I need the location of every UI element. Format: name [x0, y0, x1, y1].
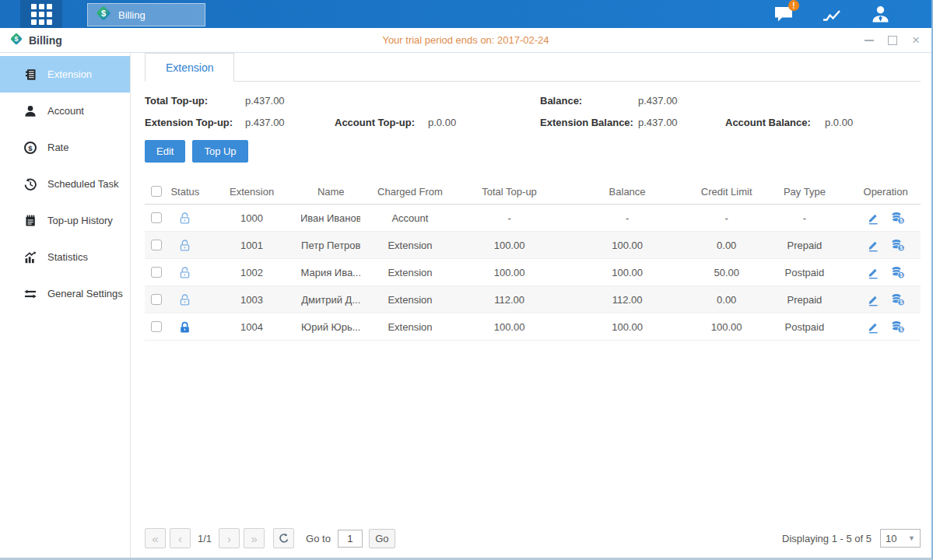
sidebar-item-label: General Settings — [47, 288, 123, 299]
cell-total-topup: 100.00 — [460, 259, 559, 285]
cell-name: Мария Ива... — [301, 259, 360, 285]
account-balance-label: Account Balance: — [725, 117, 825, 128]
cell-pay-type: - — [758, 205, 852, 231]
sidebar: Extension Account $ Rate Scheduled Task … — [0, 53, 131, 558]
balance-value: p.437.00 — [638, 95, 725, 107]
row-checkbox[interactable] — [151, 294, 162, 305]
top-up-row-icon[interactable]: $ — [891, 293, 905, 306]
table-row[interactable]: 1001 Петр Петров Extension 100.00 100.00… — [145, 232, 921, 259]
edit-row-icon[interactable] — [866, 239, 880, 252]
cell-name: Дмитрий Д... — [301, 286, 360, 313]
first-page-button[interactable]: « — [145, 528, 166, 548]
cell-credit-limit: 0.00 — [696, 232, 758, 258]
goto-label: Go to — [306, 533, 331, 544]
svg-text:$: $ — [101, 9, 106, 18]
top-up-row-icon[interactable]: $ — [891, 320, 905, 334]
chevron-down-icon: ▼ — [908, 534, 915, 542]
cell-total-topup: 112.00 — [460, 286, 559, 313]
cell-extension: 1000 — [202, 205, 302, 231]
top-up-row-icon[interactable]: $ — [891, 266, 905, 279]
row-checkbox[interactable] — [151, 212, 162, 223]
account-balance-value: p.0.00 — [825, 117, 921, 128]
cell-balance: 100.00 — [559, 313, 695, 340]
cell-extension: 1004 — [202, 313, 302, 340]
sidebar-item-statistics[interactable]: Statistics — [0, 239, 130, 275]
prev-page-button[interactable]: ‹ — [170, 528, 191, 548]
cell-balance: 112.00 — [559, 286, 695, 313]
go-button[interactable]: Go — [369, 529, 395, 548]
cell-name: Петр Петров — [301, 232, 360, 258]
refresh-button[interactable] — [273, 528, 294, 548]
column-header: Extension — [202, 179, 302, 204]
page-size-select[interactable]: 10 ▼ — [880, 529, 921, 548]
billing-app-window: $ Billing ! — [0, 0, 933, 560]
row-checkbox[interactable] — [151, 240, 162, 250]
table-header: StatusExtensionNameCharged FromTotal Top… — [145, 179, 921, 205]
cell-name: Иван Иванов — [301, 205, 360, 231]
sidebar-item-extension[interactable]: Extension — [0, 56, 130, 93]
sidebar-item-label: Scheduled Task — [47, 178, 119, 190]
lock-open-icon — [178, 239, 191, 252]
sidebar-item-account[interactable]: Account — [0, 93, 130, 129]
top-up-row-icon[interactable]: $ — [891, 239, 905, 252]
top-up-row-icon[interactable]: $ — [891, 212, 905, 225]
sidebar-item-general-settings[interactable]: General Settings — [0, 275, 130, 312]
column-header: Name — [301, 179, 360, 204]
column-header: Status — [168, 179, 202, 204]
balance-label: Balance: — [540, 95, 638, 107]
sidebar-item-rate[interactable]: $ Rate — [0, 129, 130, 166]
cell-name: Юрий Юрь... — [301, 313, 360, 340]
taskbar-billing-tab[interactable]: $ Billing — [87, 3, 205, 26]
page-indicator: 1/1 — [198, 533, 212, 544]
table-row[interactable]: 1003 Дмитрий Д... Extension 112.00 112.0… — [145, 286, 921, 313]
extension-balance-value: p.437.00 — [638, 117, 725, 128]
table-row[interactable]: 1002 Мария Ива... Extension 100.00 100.0… — [145, 259, 921, 286]
sidebar-item-top-up-history[interactable]: Top-up History — [0, 202, 130, 239]
cell-balance: - — [559, 205, 695, 231]
cell-pay-type: Prepaid — [758, 286, 852, 313]
last-page-button[interactable]: » — [244, 528, 265, 548]
minimize-button[interactable] — [863, 34, 875, 47]
main-menu-button[interactable] — [20, 0, 62, 28]
select-all-checkbox[interactable] — [151, 186, 162, 197]
close-button[interactable]: × — [910, 34, 922, 47]
table-row[interactable]: 1004 Юрий Юрь... Extension 100.00 100.00… — [145, 313, 921, 341]
notification-badge: ! — [788, 0, 799, 11]
person-icon — [23, 104, 37, 118]
ledger-icon — [23, 68, 37, 82]
maximize-button[interactable] — [886, 34, 899, 47]
refresh-icon — [279, 533, 289, 544]
row-checkbox[interactable] — [151, 321, 162, 332]
cell-balance: 100.00 — [559, 232, 695, 258]
resource-monitor-button[interactable] — [821, 4, 843, 24]
page-size-value: 10 — [886, 533, 896, 544]
svg-text:$: $ — [14, 35, 18, 43]
cell-extension: 1003 — [202, 286, 302, 313]
table-row[interactable]: 1000 Иван Иванов Account - - - - — [145, 205, 921, 232]
cell-total-topup: 100.00 — [460, 232, 559, 258]
cell-charged-from: Extension — [360, 259, 460, 285]
total-topup-label: Total Top-up: — [145, 95, 245, 107]
svg-text:$: $ — [900, 218, 903, 224]
cell-total-topup: - — [460, 205, 559, 231]
sidebar-item-scheduled-task[interactable]: Scheduled Task — [0, 166, 130, 202]
apps-grid-icon — [31, 4, 52, 25]
goto-page-input[interactable] — [338, 530, 363, 548]
top-up-button[interactable]: Top Up — [192, 140, 247, 163]
edit-button[interactable]: Edit — [145, 140, 185, 163]
next-page-button[interactable]: › — [219, 528, 240, 548]
account-topup-label: Account Top-up: — [335, 117, 428, 128]
tab-bar: Extension — [145, 53, 921, 82]
edit-row-icon[interactable] — [866, 320, 880, 334]
row-checkbox[interactable] — [151, 267, 162, 278]
notifications-button[interactable]: ! — [773, 4, 794, 24]
cell-extension: 1002 — [202, 259, 302, 285]
edit-row-icon[interactable] — [866, 266, 880, 279]
user-account-button[interactable] — [869, 4, 891, 24]
edit-row-icon[interactable] — [866, 293, 880, 306]
edit-row-icon[interactable] — [866, 212, 880, 225]
bar-chart-icon — [23, 250, 37, 264]
sidebar-item-label: Top-up History — [47, 215, 113, 226]
tab-extension[interactable]: Extension — [145, 53, 234, 82]
clock-history-icon — [23, 177, 37, 191]
